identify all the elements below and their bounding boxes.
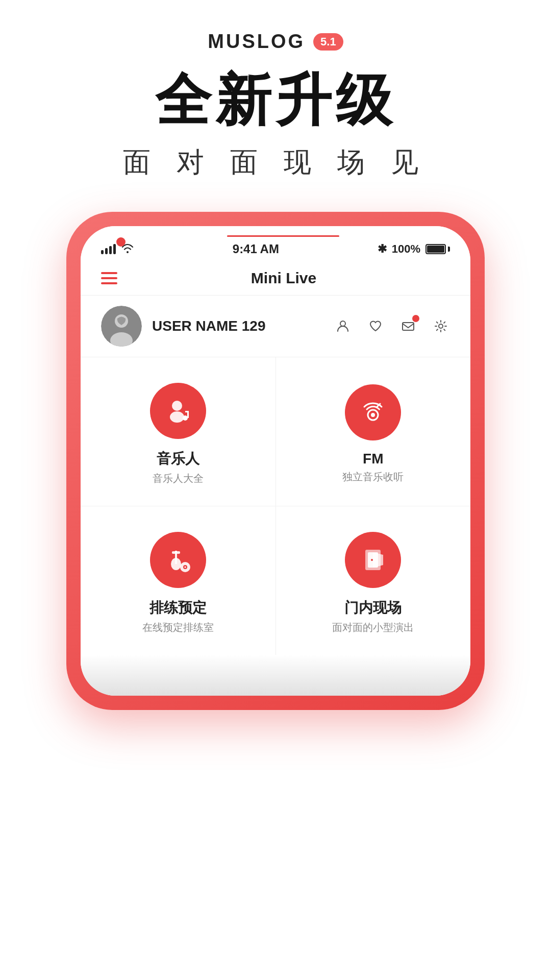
rehearsal-title: 排练预定	[149, 598, 207, 618]
svg-rect-4	[403, 323, 414, 330]
battery-tip	[448, 247, 450, 252]
status-right: ✱ 100%	[378, 242, 450, 256]
phone-notch-bar	[81, 226, 470, 237]
musician-title: 音乐人	[157, 449, 199, 469]
fm-subtitle: 独立音乐收听	[342, 470, 404, 484]
musician-subtitle: 音乐人大全	[153, 472, 204, 485]
signal-bar-4	[113, 244, 116, 254]
profile-icon-button[interactable]	[334, 317, 352, 335]
phone-mockup: 9:41 AM ✱ 100%	[66, 212, 485, 710]
grid-item-venue[interactable]: 门内现场 面对面的小型演出	[276, 506, 471, 655]
svg-point-6	[172, 401, 182, 411]
svg-rect-16	[172, 551, 180, 554]
svg-point-7	[170, 411, 184, 423]
grid-item-musician[interactable]: 音乐人 音乐人大全	[81, 357, 276, 506]
settings-icon-button[interactable]	[432, 317, 450, 335]
grid-menu: 音乐人 音乐人大全 FM	[81, 357, 470, 655]
grid-item-rehearsal[interactable]: 排练预定 在线预定排练室	[81, 506, 276, 655]
mail-icon-button[interactable]	[399, 317, 417, 335]
version-badge: 5.1	[313, 33, 343, 51]
fm-title: FM	[363, 451, 383, 467]
top-header: MUSLOG 5.1	[208, 31, 343, 53]
mail-notification-badge	[412, 315, 419, 322]
svg-point-5	[439, 324, 443, 328]
user-name: USER NAME 129	[152, 318, 334, 334]
favorites-icon-button[interactable]	[366, 317, 385, 335]
phone-outer-frame: 9:41 AM ✱ 100%	[66, 212, 485, 710]
rehearsal-icon-circle	[150, 532, 206, 588]
grid-item-fm[interactable]: FM 独立音乐收听	[276, 357, 471, 506]
battery-percent: 100%	[392, 242, 420, 256]
battery-fill	[427, 246, 444, 253]
venue-subtitle: 面对面的小型演出	[332, 621, 414, 634]
sub-title: 面 对 面 现 场 见	[123, 144, 428, 181]
notch-dot	[116, 237, 126, 247]
venue-title: 门内现场	[344, 598, 402, 618]
app-header-title: Mini Live	[117, 270, 450, 287]
status-time: 9:41 AM	[233, 242, 279, 256]
app-name: MUSLOG	[208, 31, 305, 53]
signal-bars	[101, 244, 116, 254]
svg-point-3	[340, 321, 345, 326]
fm-icon-circle	[345, 384, 401, 440]
app-header: Mini Live	[81, 261, 470, 296]
signal-bar-3	[109, 246, 112, 254]
svg-point-19	[184, 567, 186, 568]
avatar	[101, 306, 142, 347]
svg-point-8	[183, 415, 188, 421]
hamburger-line-3	[101, 282, 117, 284]
svg-point-22	[371, 559, 373, 561]
notch-line	[227, 235, 339, 237]
user-bar: USER NAME 129	[81, 296, 470, 357]
phone-bottom-area	[81, 655, 470, 696]
venue-icon-circle	[345, 532, 401, 588]
battery-icon	[425, 244, 450, 254]
svg-rect-10	[185, 411, 189, 412]
signal-bar-1	[101, 250, 104, 254]
phone-inner-screen: 9:41 AM ✱ 100%	[81, 226, 470, 696]
signal-bar-2	[105, 248, 108, 254]
user-icons	[334, 317, 450, 335]
status-bar: 9:41 AM ✱ 100%	[81, 237, 470, 261]
musician-icon-circle	[150, 383, 206, 439]
hamburger-line-2	[101, 277, 117, 279]
main-title: 全新升级	[155, 63, 396, 139]
hamburger-line-1	[101, 272, 117, 274]
rehearsal-subtitle: 在线预定排练室	[142, 621, 214, 634]
hamburger-menu[interactable]	[101, 272, 117, 284]
bluetooth-icon: ✱	[378, 242, 387, 256]
svg-point-12	[371, 413, 375, 417]
battery-body	[425, 244, 446, 254]
